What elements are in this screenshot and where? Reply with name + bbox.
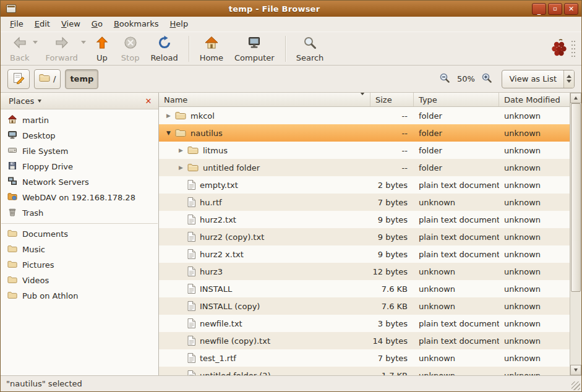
file-size: 7 bytes <box>370 354 414 363</box>
table-row[interactable]: hurz2 (copy).txt 9 bytes plain text docu… <box>159 228 570 245</box>
scrollbar-thumb[interactable] <box>571 103 581 292</box>
table-row[interactable]: hurz3 12 bytes unknown unknown <box>159 263 570 280</box>
sidebar-item-pub-on-athlon[interactable]: Pub on Athlon <box>1 288 158 304</box>
column-header-date-modified[interactable]: Date Modified <box>499 93 570 106</box>
toolbar: Back Forward Up Stop Reload Home Compute… <box>1 32 581 66</box>
sidebar-item-webdav[interactable]: WebDAV on 192.168.178.28 <box>1 190 158 205</box>
file-type: folder <box>414 111 499 121</box>
vertical-scrollbar[interactable] <box>570 93 581 375</box>
sidebar-item-trash[interactable]: Trash <box>1 205 158 221</box>
sidebar-item-documents[interactable]: Documents <box>1 226 158 242</box>
place-label: Videos <box>22 276 49 285</box>
menu-file[interactable]: File <box>4 17 29 32</box>
home-icon <box>204 35 219 52</box>
close-button[interactable]: ✕ <box>564 3 578 15</box>
sidebar-item-network-servers[interactable]: Network Servers <box>1 174 158 190</box>
table-row[interactable]: INSTALL 7.6 KB unknown unknown <box>159 280 570 297</box>
table-row[interactable]: hurz2 x.txt 9 bytes plain text document … <box>159 245 570 263</box>
sidebar-item-desktop[interactable]: Desktop <box>1 128 158 143</box>
path-current-button[interactable]: temp <box>65 69 98 89</box>
table-row[interactable]: test_1.rtf 7 bytes unknown unknown <box>159 349 570 367</box>
table-row[interactable]: empty.txt 2 bytes plain text document un… <box>159 176 570 194</box>
sidebar-close-icon[interactable]: ✕ <box>143 95 154 106</box>
cell-name: ▼ nautilus <box>159 124 370 142</box>
webdav-icon <box>7 192 17 203</box>
back-dropdown-icon[interactable] <box>33 44 38 53</box>
file-modified: unknown <box>499 146 570 155</box>
computer-icon <box>247 35 262 52</box>
forward-button[interactable]: Forward <box>40 33 83 64</box>
table-row[interactable]: newfile (copy).txt 14 bytes plain text d… <box>159 332 570 349</box>
sidebar-pane-select[interactable]: Places <box>5 95 45 107</box>
toggle-location-entry-button[interactable] <box>7 69 30 89</box>
computer-button[interactable]: Computer <box>229 33 280 64</box>
file-size: 7.6 KB <box>370 302 414 311</box>
scroll-up-icon[interactable] <box>570 93 581 103</box>
file-modified: unknown <box>499 111 570 121</box>
file-icon <box>187 180 195 190</box>
column-header-type[interactable]: Type <box>414 93 499 106</box>
search-button[interactable]: Search <box>291 33 330 64</box>
table-row[interactable]: ▶ litmus -- folder unknown <box>159 142 570 159</box>
menu-go[interactable]: Go <box>86 17 108 32</box>
zoom-out-button[interactable] <box>439 72 450 85</box>
path-root-label: / <box>53 74 56 83</box>
window-title: temp - File Browser <box>19 4 530 14</box>
file-modified: unknown <box>499 198 570 207</box>
cell-name: hurz3 <box>159 263 370 280</box>
scrollbar-trough[interactable] <box>570 103 581 365</box>
menu-edit[interactable]: Edit <box>29 17 56 32</box>
search-label: Search <box>296 53 324 62</box>
table-row[interactable]: ▶ mkcol -- folder unknown <box>159 107 570 124</box>
zoom-level: 50% <box>456 74 476 83</box>
zoom-in-button[interactable] <box>481 72 492 85</box>
expander-icon[interactable]: ▼ <box>163 130 174 136</box>
file-type: plain text document <box>414 250 499 259</box>
table-row[interactable]: ▶ untitled folder -- folder unknown <box>159 159 570 176</box>
titlebar[interactable]: temp - File Browser _ ▫ ✕ <box>1 1 581 17</box>
table-row[interactable]: hurz2.txt 9 bytes plain text document un… <box>159 211 570 228</box>
reload-button[interactable]: Reload <box>145 33 183 64</box>
stop-button[interactable]: Stop <box>116 33 145 64</box>
table-row[interactable]: hu.rtf 7 bytes unknown unknown <box>159 194 570 211</box>
cell-name: newfile (copy).txt <box>159 332 370 349</box>
minimize-button[interactable]: _ <box>532 3 546 15</box>
home-button[interactable]: Home <box>194 33 229 64</box>
expander-icon[interactable]: ▶ <box>175 147 187 153</box>
back-button[interactable]: Back <box>4 33 35 64</box>
sidebar-item-martin[interactable]: martin <box>1 113 158 128</box>
table-row[interactable]: newfile.txt 3 bytes plain text document … <box>159 315 570 332</box>
file-modified: unknown <box>499 371 570 376</box>
file-name: newfile.txt <box>200 319 242 328</box>
view-mode-stepper-icon <box>563 70 574 88</box>
status-text: "nautilus" selected <box>6 379 82 388</box>
table-row[interactable]: ▼ nautilus -- folder unknown <box>159 124 570 142</box>
cell-name: ▶ mkcol <box>159 107 370 124</box>
view-mode-select[interactable]: View as List <box>502 70 575 88</box>
column-header-size[interactable]: Size <box>370 93 414 106</box>
sidebar-item-music[interactable]: Music <box>1 242 158 257</box>
file-browser-window: temp - File Browser _ ▫ ✕ File Edit View… <box>0 0 582 392</box>
table-row[interactable]: INSTALL (copy) 7.6 KB unknown unknown <box>159 297 570 315</box>
maximize-button[interactable]: ▫ <box>548 3 562 15</box>
sidebar-item-videos[interactable]: Videos <box>1 273 158 288</box>
toolbar-handle[interactable] <box>570 38 575 59</box>
menu-bookmarks[interactable]: Bookmarks <box>108 17 165 32</box>
forward-dropdown-icon[interactable] <box>81 44 86 53</box>
sidebar-item-floppy-drive[interactable]: Floppy Drive <box>1 159 158 174</box>
scroll-down-icon[interactable] <box>570 365 581 375</box>
expander-icon[interactable]: ▶ <box>163 113 174 119</box>
up-button[interactable]: Up <box>88 33 116 64</box>
column-header-name[interactable]: Name <box>159 93 370 106</box>
place-label: Pictures <box>22 260 54 270</box>
menu-help[interactable]: Help <box>165 17 194 32</box>
menu-view[interactable]: View <box>56 17 86 32</box>
file-name: hu.rtf <box>200 198 222 207</box>
cell-name: test_1.rtf <box>159 349 370 367</box>
resize-grip[interactable] <box>571 381 580 390</box>
path-root-button[interactable]: / <box>34 69 61 89</box>
sidebar-item-pictures[interactable]: Pictures <box>1 257 158 273</box>
table-row[interactable]: untitled folder (2) 1.7 KB unknown unkno… <box>159 367 570 375</box>
sidebar-item-file-system[interactable]: File System <box>1 143 158 159</box>
expander-icon[interactable]: ▶ <box>175 164 187 171</box>
